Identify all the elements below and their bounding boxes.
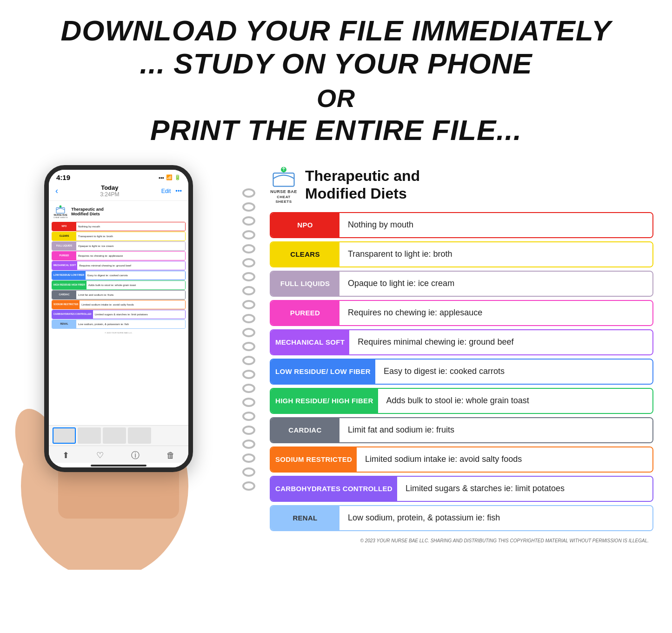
phone-diet-label-0: NPO [52,222,76,231]
diet-label-0: NPO [271,213,339,237]
phone-diet-row-3: PUREEDRequires no chewing ie: applesauce [52,251,186,260]
spiral-ring [242,300,255,309]
spiral-ring [242,272,255,281]
phone-title-line2: Modified Diets [71,212,104,216]
diet-label-5: LOW RESIDUE/ LOW FIBER [271,360,375,384]
phone-diet-desc-10: Low sodium, protein, & potassium ie: fis… [76,320,185,328]
phone-nav-today: Today [100,184,119,191]
phone-diet-row-2: FULL LIQUIDSOpaque to light ie: ice crea… [52,241,186,251]
diet-label-8: SODIUM RESTRICTED [271,447,357,472]
diet-label-3: PUREED [271,301,339,325]
spiral-ring [242,286,255,295]
header-line1: DOWNLOAD YOUR FILE IMMEDIATELY [61,14,612,47]
brand-sub2: SHEETS [275,200,292,204]
phone-sheet-header: NURSE BAE CHEAT SHEETS Therapeutic and M… [52,205,186,219]
phone-diet-label-8: SODIUM RESTRICTED [52,300,80,309]
diet-row: CARBOHYDRATES CONTROLLEDLimited sugars &… [270,476,653,502]
phone-edit-button[interactable]: Edit [161,188,171,194]
spiral-ring [242,244,255,253]
diet-row: CARDIACLimit fat and sodium ie: fruits [270,417,653,443]
header: DOWNLOAD YOUR FILE IMMEDIATELY ... STUDY… [52,0,621,156]
phone-status-bar: 4:19 ▪▪▪ 📶 🔋 [49,170,188,183]
diet-row: PUREEDRequires no chewing ie: applesauce [270,300,653,326]
phone-diet-rows: NPONothing by mouthCLEARSTransparent to … [52,222,186,329]
sheet-title-line1: Therapeutic and [305,167,420,185]
header-line3: OR [317,84,355,112]
brand-sub1: CHEAT [277,195,290,200]
phone-trash-icon[interactable]: 🗑 [166,451,175,460]
phone-thumb-3[interactable] [103,427,126,444]
spiral-ring [242,202,255,212]
phone-heart-icon[interactable]: ♡ [96,450,104,460]
diet-desc-8: Limited sodium intake ie: avoid salty fo… [357,447,652,472]
phone-thumb-4[interactable] [128,427,151,444]
svg-point-12 [60,206,62,208]
spiral-ring [242,216,255,226]
phone-logo-svg [55,205,66,214]
phone-thumb-1[interactable] [53,427,76,444]
phone-screen: 4:19 ▪▪▪ 📶 🔋 ‹ Today [49,170,188,467]
phone-diet-desc-7: Limit fat and sodium ie: fruits [76,291,185,299]
phone-section: 4:19 ▪▪▪ 📶 🔋 ‹ Today [9,160,233,560]
diet-desc-1: Transparent to light ie: broth [339,242,652,267]
header-line2: ... STUDY ON YOUR PHONE [140,47,532,80]
diet-desc-7: Limit fat and sodium ie: fruits [339,418,652,442]
spiral-ring [242,440,255,449]
diet-desc-5: Easy to digest ie: cooked carrots [375,360,652,384]
phone-thumb-2[interactable] [78,427,101,444]
phone-diet-label-2: FULL LIQUIDS [52,242,76,250]
diet-desc-4: Requires minimal chewing ie: ground beef [349,330,652,354]
phone-diet-row-9: CARBOHYDRATES CONTROLLEDLimited sugars &… [52,310,186,319]
phone-more-button[interactable]: ••• [175,187,182,194]
header-line4: PRINT THE ENTIRE FILE... [150,114,522,146]
phone-nav-time: 3:24PM [100,191,119,198]
spiral-divider [237,160,260,492]
phone-nav-bar: ‹ Today 3:24PM Edit ••• [49,183,188,201]
diet-row: SODIUM RESTRICTEDLimited sodium intake i… [270,446,653,473]
phone-diet-label-10: RENAL [52,320,76,328]
phone-info-icon[interactable]: ⓘ [131,450,140,461]
spiral-ring [242,453,255,463]
phone-diet-desc-8: Limited sodium intake ie: avoid salty fo… [80,300,185,309]
brand-logo-svg [270,165,298,188]
main-content: 4:19 ▪▪▪ 📶 🔋 ‹ Today [0,156,672,570]
diet-desc-3: Requires no chewing ie: applesauce [339,301,652,325]
phone-diet-label-6: HIGH RESIDUE/ HIGH FIBER [52,281,86,289]
diet-rows-container: NPONothing by mouthCLEARSTransparent to … [270,212,653,534]
phone-diet-desc-6: Adds bulk to stool ie: whole grain toast [86,281,185,289]
wifi-icon: 📶 [166,174,173,180]
phone-time: 4:19 [56,173,70,181]
phone-diet-desc-1: Transparent to light ie: broth [76,232,185,240]
page-wrapper: DOWNLOAD YOUR FILE IMMEDIATELY ... STUDY… [0,0,672,633]
phone-diet-row-10: RENALLow sodium, protein, & potassium ie… [52,320,186,329]
diet-label-2: FULL LIQUIDS [271,272,339,296]
phone-share-icon[interactable]: ⬆ [62,450,69,460]
battery-icon: 🔋 [174,174,181,180]
diet-row: CLEARSTransparent to light ie: broth [270,241,653,267]
signal-icon: ▪▪▪ [159,175,164,180]
phone-diet-row-8: SODIUM RESTRICTEDLimited sodium intake i… [52,300,186,309]
diet-desc-2: Opaque to light ie: ice cream [339,272,652,296]
diet-desc-6: Adds bulk to stool ie: whole grain toast [378,389,652,413]
diet-label-7: CARDIAC [271,418,339,442]
diet-desc-10: Low sodium, protein, & potassium ie: fis… [339,506,652,530]
diet-label-6: HIGH RESIDUE/ HIGH FIBER [271,389,378,413]
phone-back-button[interactable]: ‹ [55,186,58,196]
phone-diet-label-3: PUREED [52,252,76,260]
phone-diet-label-4: MECHANICAL SOFT [52,261,77,270]
spiral-ring [242,342,255,351]
phone-diet-row-1: CLEARSTransparent to light ie: broth [52,232,186,241]
phone-diet-desc-2: Opaque to light ie: ice cream [76,242,185,250]
spiral-ring [242,481,255,491]
header-title: DOWNLOAD YOUR FILE IMMEDIATELY ... STUDY… [61,14,612,147]
copyright-text: © 2023 YOUR NURSE BAE LLC. SHARING AND D… [270,538,653,543]
phone-diet-label-7: CARDIAC [52,291,76,299]
diet-row: MECHANICAL SOFTRequires minimal chewing … [270,329,653,355]
phone-diet-row-4: MECHANICAL SOFTRequires minimal chewing … [52,261,186,270]
phone-diet-label-9: CARBOHYDRATES CONTROLLED [52,310,93,319]
phone-bottom-bar: ⬆ ♡ ⓘ 🗑 [49,446,188,463]
spiral-ring [242,426,255,435]
spiral-ring [242,188,255,198]
diet-row: LOW RESIDUE/ LOW FIBEREasy to digest ie:… [270,359,653,385]
phone-logo: NURSE BAE CHEAT SHEETS [53,205,67,219]
